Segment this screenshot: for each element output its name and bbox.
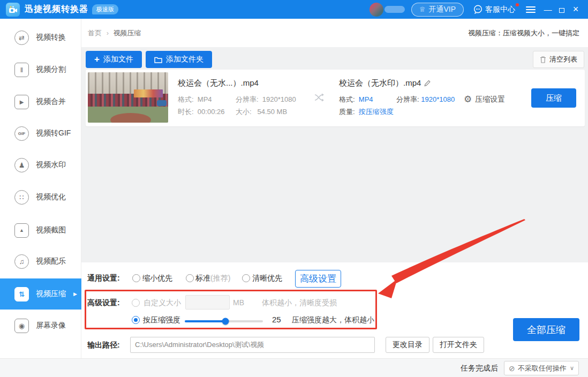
folder-icon: [154, 56, 162, 63]
breadcrumb-row: 首页 › 视频压缩 视频压缩：压缩视频大小，一键搞定: [81, 19, 588, 47]
radio-custom-size[interactable]: [132, 299, 140, 307]
customer-service-button[interactable]: 客服中心: [473, 5, 515, 14]
clear-list-button[interactable]: 清空列表: [533, 51, 584, 68]
slider-handle[interactable]: [222, 318, 229, 325]
target-format-value[interactable]: MP4: [359, 95, 373, 103]
edition-badge: 极速版: [92, 4, 118, 14]
custom-size-unit: MB: [233, 298, 244, 307]
compress-icon: ⇅: [14, 287, 29, 301]
custom-size-input[interactable]: [185, 295, 230, 310]
app-window: 迅捷视频转换器 极速版 ♕ 开通VIP 客服中心 — × ⇄视频转换 ‖视频分割…: [0, 0, 588, 377]
titlebar: 迅捷视频转换器 极速版 ♕ 开通VIP 客服中心 — ×: [0, 0, 588, 19]
sidebar-item-video-watermark[interactable]: ♟视频水印: [0, 149, 81, 180]
output-path-label: 输出路径:: [87, 341, 120, 350]
change-directory-button[interactable]: 更改目录: [386, 337, 429, 353]
sidebar-item-screen-record[interactable]: ◉屏幕录像: [0, 310, 81, 341]
watermark-icon: ♟: [14, 158, 29, 172]
sidebar-item-video-split[interactable]: ‖视频分割: [0, 54, 81, 85]
open-folder-button[interactable]: 打开文件夹: [433, 337, 484, 353]
custom-size-label[interactable]: 自定义大小: [144, 298, 181, 308]
split-icon: ‖: [14, 63, 29, 77]
window-controls: — ×: [541, 0, 583, 19]
prohibit-icon: ⊘: [509, 364, 515, 373]
vip-label: 开通VIP: [428, 5, 456, 14]
target-quality-value[interactable]: 按压缩强度: [359, 108, 394, 116]
breadcrumb-current: 视频压缩: [114, 29, 141, 37]
add-file-button[interactable]: + 添加文件: [86, 51, 142, 68]
general-settings-label: 通用设置:: [87, 274, 120, 283]
source-size-label: 大小:: [236, 108, 252, 116]
sidebar-item-video-screenshot[interactable]: ▲视频截图: [0, 215, 81, 246]
strength-value: 25: [272, 315, 281, 324]
crown-icon: ♕: [419, 5, 426, 13]
gear-icon: ⚙: [464, 94, 472, 105]
after-task-value: 不采取任何操作: [518, 364, 570, 373]
minimize-icon[interactable]: —: [541, 0, 555, 19]
radio-clarity-priority[interactable]: [242, 274, 250, 282]
record-icon: ◉: [14, 319, 29, 333]
sidebar-item-video-music[interactable]: ♫视频配乐: [0, 246, 81, 277]
notification-dot: [516, 3, 519, 6]
shuffle-icon: [314, 93, 325, 102]
source-duration-value: 00:00:26: [198, 108, 225, 116]
target-file-name: 校运会（无水印）.mp4: [339, 78, 431, 88]
radio-compress-strength[interactable]: [132, 316, 140, 324]
custom-size-hint: 体积越小，清晰度受损: [262, 298, 337, 308]
vip-button[interactable]: ♕ 开通VIP: [411, 3, 464, 17]
target-resolution-value[interactable]: 1920*1080: [421, 95, 455, 103]
clarity-priority-label[interactable]: 清晰优先: [252, 274, 282, 283]
advanced-settings-button[interactable]: 高级设置: [295, 270, 341, 288]
compress-button[interactable]: 压缩: [531, 88, 576, 108]
edit-icon[interactable]: [424, 80, 431, 87]
source-format-label: 格式:: [178, 95, 194, 103]
plus-icon: +: [94, 54, 100, 65]
source-format-value: MP4: [198, 95, 212, 103]
strength-hint: 压缩强度越大，体积越小: [292, 315, 374, 325]
convert-icon: ⇄: [14, 31, 29, 45]
user-avatar[interactable]: [370, 3, 383, 17]
advanced-settings-label: 高级设置:: [87, 298, 120, 308]
breadcrumb-separator: ›: [107, 29, 109, 37]
sidebar-item-video-to-gif[interactable]: GIF视频转GIF: [0, 118, 81, 149]
source-resolution-value: 1920*1080: [262, 95, 296, 103]
breadcrumb: 首页 › 视频压缩: [88, 28, 141, 38]
customer-service-label: 客服中心: [485, 5, 515, 14]
trash-icon: [540, 56, 546, 63]
target-resolution-label: 分辨率:: [396, 95, 419, 103]
sidebar-item-video-merge[interactable]: ▶视频合并: [0, 86, 81, 117]
source-size-value: 54.50 MB: [257, 108, 287, 116]
chevron-down-icon: ∨: [570, 365, 574, 372]
radio-standard[interactable]: [186, 274, 194, 282]
compress-strength-label[interactable]: 按压缩强度: [143, 315, 180, 325]
sidebar-item-video-optimize[interactable]: ∷视频优化: [0, 182, 81, 213]
shrink-priority-label[interactable]: 缩小优先: [142, 274, 172, 283]
standard-label[interactable]: 标准(推荐): [195, 274, 230, 283]
sidebar-item-video-convert[interactable]: ⇄视频转换: [0, 22, 81, 53]
sidebar: ⇄视频转换 ‖视频分割 ▶视频合并 GIF视频转GIF ♟视频水印 ∷视频优化 …: [0, 19, 81, 358]
sidebar-item-video-compress[interactable]: ⇅视频压缩▶: [0, 278, 81, 310]
after-task-label: 任务完成后: [461, 364, 498, 373]
app-logo-icon: [6, 3, 20, 17]
breadcrumb-home[interactable]: 首页: [88, 29, 102, 37]
output-path-input[interactable]: [130, 337, 375, 353]
statusbar: 任务完成后 ⊘ 不采取任何操作 ∨: [0, 358, 588, 377]
strength-slider[interactable]: [185, 317, 263, 325]
menu-icon[interactable]: [526, 5, 536, 14]
maximize-icon[interactable]: [555, 0, 569, 19]
radio-shrink-priority[interactable]: [132, 274, 140, 282]
source-resolution-label: 分辨率:: [236, 95, 259, 103]
username-pill: [385, 6, 405, 13]
after-task-dropdown[interactable]: ⊘ 不采取任何操作 ∨: [504, 361, 579, 375]
settings-panel: 通用设置: 缩小优先 标准(推荐) 清晰优先 高级设置 高级设置: 自定义大小 …: [81, 262, 588, 358]
video-thumbnail: [88, 72, 168, 123]
app-title: 迅捷视频转换器: [25, 4, 88, 15]
music-icon: ♫: [14, 254, 29, 269]
add-folder-button[interactable]: 添加文件夹: [146, 51, 212, 68]
compress-settings-button[interactable]: ⚙ 压缩设置: [464, 94, 505, 105]
source-duration-label: 时长:: [178, 108, 194, 116]
target-quality-label: 质量:: [339, 108, 355, 116]
source-file-name: 校运会（无水...）.mp4: [178, 78, 259, 88]
file-list-item: 校运会（无水...）.mp4 格式: MP4 分辨率: 1920*1080 时长…: [86, 70, 585, 126]
close-icon[interactable]: ×: [569, 0, 583, 19]
compress-all-button[interactable]: 全部压缩: [513, 318, 579, 341]
